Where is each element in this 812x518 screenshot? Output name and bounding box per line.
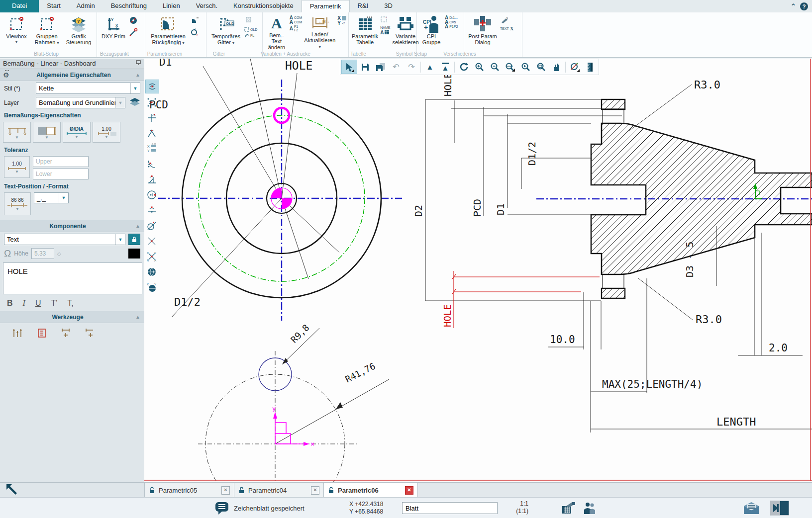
- collapse-tools-icon[interactable]: ▲: [135, 314, 144, 320]
- close-tab-icon[interactable]: ✕: [311, 486, 319, 495]
- a-p1p2-icon[interactable]: AP1P2: [445, 25, 458, 28]
- dim-tangent-tool[interactable]: [145, 219, 158, 232]
- zoom-in-button[interactable]: [472, 60, 487, 74]
- users-icon[interactable]: [583, 498, 596, 518]
- zoom-previous-button[interactable]: [518, 60, 533, 74]
- align-top-button[interactable]: ▲: [422, 60, 437, 74]
- menu-tab-parametrik[interactable]: Parametrik: [302, 0, 350, 12]
- collapse-panel-icon[interactable]: [770, 498, 789, 518]
- collapse-ribbon-icon[interactable]: ⌃: [791, 2, 796, 10]
- stil-select[interactable]: Kette▼: [36, 83, 140, 94]
- tolerance-lower-input[interactable]: [33, 169, 89, 179]
- component-section-header[interactable]: Komponente ▲: [0, 220, 144, 232]
- a-d1-icon[interactable]: AD:1...: [445, 16, 458, 19]
- menu-tab-ri[interactable]: R&I: [350, 0, 377, 12]
- dim-style-chain-button[interactable]: ▼: [3, 122, 31, 143]
- tolerance-upper-input[interactable]: [33, 156, 89, 167]
- text-color-swatch[interactable]: [128, 249, 140, 259]
- sheet-name-input[interactable]: [402, 502, 498, 514]
- layers-icon[interactable]: [129, 97, 140, 108]
- compass-icon[interactable]: [129, 16, 138, 27]
- parametrik-tabelle-button[interactable]: Parametrik Tabelle: [351, 14, 379, 51]
- superscript-button[interactable]: T': [51, 299, 57, 308]
- xy-query-icon[interactable]: Y-?: [337, 21, 346, 25]
- height-input[interactable]: [31, 248, 54, 259]
- dim-orientation-button[interactable]: ▼: [33, 122, 61, 143]
- dim-circle-tool[interactable]: [145, 188, 158, 201]
- dim-globe-tool[interactable]: [145, 265, 158, 278]
- cpi-gruppe-button[interactable]: CPI+ CPI Gruppe: [419, 14, 444, 51]
- height-stepper[interactable]: ◇: [57, 251, 61, 257]
- dim-tool-insert-icon[interactable]: [60, 327, 73, 341]
- parametrieren-rueckgaengig-button[interactable]: Parametrieren Rückgängig ▾: [147, 14, 189, 51]
- grid-icon[interactable]: [244, 16, 257, 26]
- menu-tab-admin[interactable]: Admin: [69, 0, 103, 12]
- temporaeres-gitter-button[interactable]: OLD Temporäres Gitter ▾: [208, 14, 243, 51]
- dashed-box-icon[interactable]: °: [380, 16, 390, 25]
- undo-button[interactable]: ↶: [389, 60, 404, 74]
- a-c5-icon[interactable]: AC=5: [445, 20, 458, 24]
- gruppen-rahmen-button[interactable]: × Gruppen Rahmen ▾: [32, 14, 62, 51]
- snap-grid-icon[interactable]: [561, 498, 576, 518]
- chevron-down-icon[interactable]: ▼: [115, 234, 125, 245]
- italic-button[interactable]: I: [23, 299, 25, 308]
- dim-diameter-button[interactable]: Ø/DIA ▼: [63, 122, 91, 143]
- select-arrow-button[interactable]: [341, 60, 357, 74]
- text-position-button[interactable]: 86 86 ▼: [4, 192, 31, 215]
- zoom-out-button[interactable]: [487, 60, 502, 74]
- collapse-component-icon[interactable]: ▲: [135, 223, 144, 229]
- zoom-name-button[interactable]: NAME: [503, 60, 517, 74]
- pen-question-icon[interactable]: ?: [500, 16, 513, 26]
- pin-icon[interactable]: [135, 60, 141, 67]
- dim-tool-frame-icon[interactable]: [36, 327, 49, 341]
- bem-text-aendern-button[interactable]: A Bem.-Text ändern: [265, 14, 289, 51]
- a-table-icon[interactable]: A: [380, 30, 390, 34]
- save-button[interactable]: [358, 60, 373, 74]
- underline-button[interactable]: U: [35, 299, 41, 308]
- dxy-prim-button[interactable]: YX DXY-Prim: [99, 14, 128, 51]
- collapse-general-icon[interactable]: ▲: [135, 72, 144, 78]
- a-f1f2-icon[interactable]: AF1 F2: [290, 25, 303, 32]
- sheet-tab-parametric04[interactable]: Parametric04 ✕: [234, 483, 324, 498]
- general-section-header[interactable]: ⚙ Allgemeine Eigenschaften ▲: [0, 69, 144, 81]
- parametrize-small-icon[interactable]: [190, 16, 199, 27]
- component-type-select[interactable]: Text ▼: [4, 234, 125, 245]
- dim-unit-button[interactable]: 1.00 ▼: [93, 122, 120, 143]
- variante-selektieren-button[interactable]: Variante selektieren: [391, 14, 419, 51]
- drawing-canvas[interactable]: HOLE D1 PCD D1/2 R9,8 R41,76 y ×: [144, 59, 812, 482]
- dim-tool-append-icon[interactable]: [84, 327, 97, 341]
- lock-icon[interactable]: [128, 234, 140, 245]
- omega-symbol-button[interactable]: Ω: [4, 248, 11, 259]
- dim-linear-tool[interactable]: [145, 204, 158, 217]
- redo-button[interactable]: ↷: [404, 60, 419, 74]
- measure-pen-icon[interactable]: [129, 28, 138, 39]
- dim-point-tool[interactable]: [145, 80, 159, 93]
- number-format-select[interactable]: _._ ▼: [34, 192, 69, 203]
- dim-node-tool[interactable]: [145, 111, 158, 124]
- menu-tab-versch[interactable]: Versch.: [188, 0, 225, 12]
- a-com-icon[interactable]: ACOM: [290, 16, 303, 19]
- post-param-dialog-button[interactable]: Post Param Dialog: [466, 14, 499, 51]
- menu-tab-datei[interactable]: Datei: [0, 0, 39, 12]
- grid-fl-icon[interactable]: FL: [244, 33, 257, 38]
- name-table-icon[interactable]: NAME: [380, 26, 390, 29]
- subscript-button[interactable]: T,: [67, 299, 73, 308]
- tools-section-header[interactable]: Werkzeuge ▲: [0, 311, 144, 323]
- bold-button[interactable]: B: [7, 299, 13, 308]
- viewbox-button[interactable]: × Viewbox ▾: [2, 14, 31, 51]
- chevron-down-icon[interactable]: ▼: [59, 193, 68, 203]
- ruler-button[interactable]: [583, 60, 598, 74]
- menu-tab-3d[interactable]: 3D: [376, 0, 401, 12]
- zoom-sheet-button[interactable]: [533, 60, 548, 74]
- dim-angle-tool[interactable]: [145, 127, 158, 140]
- dim-globe-xy-tool[interactable]: XY: [145, 281, 158, 294]
- sheet-tab-parametric05[interactable]: Parametric05 ✕: [145, 483, 234, 498]
- save-as-button[interactable]: [373, 60, 388, 74]
- dim-curve-tool[interactable]: [145, 158, 158, 171]
- refresh-button[interactable]: [456, 60, 471, 74]
- tolerance-style-button[interactable]: 1.00 ▼: [4, 156, 30, 178]
- grid-old-icon[interactable]: OLD: [244, 27, 257, 32]
- dim-xyra-tool[interactable]: XYRA: [145, 250, 158, 263]
- grafik-steuerung-button[interactable]: ? Grafik Steuerung: [63, 14, 95, 51]
- dim-delete-tool[interactable]: [145, 235, 158, 248]
